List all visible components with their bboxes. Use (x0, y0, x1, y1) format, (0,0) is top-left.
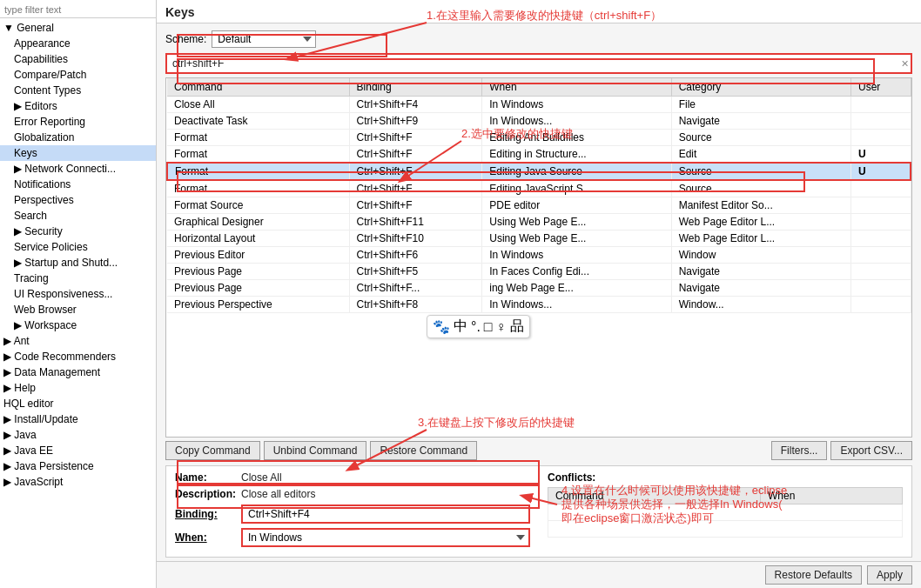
sidebar-item-error-reporting[interactable]: Error Reporting (0, 114, 156, 130)
table-row[interactable]: Deactivate TaskCtrl+Shift+F9In Windows..… (167, 113, 911, 130)
table-row[interactable]: Previous PerspectiveCtrl+Shift+F8In Wind… (167, 297, 911, 313)
table-row[interactable]: Previous PageCtrl+Shift+F5In Faces Confi… (167, 264, 911, 280)
ime-dot: °. (471, 319, 481, 335)
detail-panel: Name: Close All Description: Close all e… (165, 465, 912, 558)
cell-user: U (850, 146, 911, 164)
detail-desc-label: Description: (175, 488, 236, 500)
sidebar-item-globalization[interactable]: Globalization (0, 130, 156, 145)
cell-when: ing Web Page E... (482, 280, 671, 297)
ime-toolbar: 🐾 中 °. □ ♀ 品 (427, 315, 530, 338)
sidebar-item-hql-editor[interactable]: HQL editor (0, 396, 156, 411)
panel-title: Keys (165, 5, 194, 19)
detail-desc-value: Close all editors (241, 488, 315, 500)
table-row[interactable]: FormatCtrl+Shift+FEditing JavaScript S..… (167, 180, 911, 197)
search-input[interactable] (165, 53, 912, 74)
restore-command-button[interactable]: Restore Command (370, 441, 477, 460)
cell-command: Previous Perspective (167, 297, 349, 313)
sidebar-item-install-update[interactable]: ▶ Install/Update (0, 411, 156, 427)
sidebar-item-content-types[interactable]: Content Types (0, 83, 156, 98)
conflicts-col-command: Command (548, 488, 761, 504)
search-input-wrap: ✕ (165, 53, 912, 74)
keys-content: Scheme: Default ✕ Command (157, 23, 921, 561)
keys-table-wrap[interactable]: Command Binding When Category User Close… (165, 77, 912, 438)
sidebar-item-java-ee[interactable]: ▶ Java EE (0, 443, 156, 458)
scheme-dropdown[interactable]: Default (212, 30, 316, 48)
sidebar-item-ant[interactable]: ▶ Ant (0, 333, 156, 349)
sidebar-item-editors[interactable]: ▶ Editors (0, 98, 156, 114)
cell-command: Format Source (167, 197, 349, 214)
table-row[interactable]: FormatCtrl+Shift+FEditing Ant Buildfiles… (167, 130, 911, 146)
table-row[interactable]: Format SourceCtrl+Shift+FPDE editorManif… (167, 197, 911, 214)
detail-when-select[interactable]: In Windows In Dialogs and Windows In Dia… (241, 528, 530, 547)
sidebar-item-appearance[interactable]: Appearance (0, 36, 156, 51)
cell-category: Manifest Editor So... (671, 197, 850, 214)
sidebar: ▼ GeneralAppearanceCapabilitiesCompare/P… (0, 0, 157, 588)
conflicts-title: Conflicts: (548, 471, 903, 484)
sidebar-item-capabilities[interactable]: Capabilities (0, 51, 156, 67)
table-row[interactable]: Graphical DesignerCtrl+Shift+F11Using We… (167, 214, 911, 231)
sidebar-item-java-persistence[interactable]: ▶ Java Persistence (0, 458, 156, 474)
sidebar-item-tracing[interactable]: Tracing (0, 271, 156, 286)
sidebar-item-help[interactable]: ▶ Help (0, 380, 156, 396)
filters-button[interactable]: Filters... (771, 441, 828, 460)
sidebar-item-ui-responsiveness[interactable]: UI Responsiveness... (0, 286, 156, 302)
main-container: ▼ GeneralAppearanceCapabilitiesCompare/P… (0, 0, 921, 588)
sidebar-item-service-policies[interactable]: Service Policies (0, 239, 156, 255)
unbind-command-button[interactable]: Unbind Command (264, 441, 367, 460)
sidebar-item-perspectives[interactable]: Perspectives (0, 192, 156, 208)
scheme-row: Scheme: Default (165, 30, 912, 48)
sidebar-item-general[interactable]: ▼ General (0, 20, 156, 36)
sidebar-item-javascript[interactable]: ▶ JavaScript (0, 474, 156, 490)
export-csv-button[interactable]: Export CSV... (830, 441, 912, 460)
cell-category: Source (671, 130, 850, 146)
sidebar-item-keys[interactable]: Keys (0, 145, 156, 161)
sidebar-item-security[interactable]: ▶ Security (0, 224, 156, 239)
cell-binding: Ctrl+Shift+F (349, 197, 482, 214)
cell-when: In Faces Config Edi... (482, 264, 671, 280)
cell-binding: Ctrl+Shift+F (349, 180, 482, 197)
sidebar-item-data-management[interactable]: ▶ Data Management (0, 364, 156, 380)
scheme-label: Scheme: (165, 33, 206, 45)
sidebar-filter-input[interactable] (0, 2, 156, 18)
detail-binding-input[interactable] (241, 504, 530, 524)
cell-user (850, 113, 911, 130)
table-row[interactable]: Horizontal LayoutCtrl+Shift+F10Using Web… (167, 231, 911, 247)
cell-category: Edit (671, 146, 850, 164)
cell-binding: Ctrl+Shift+F (349, 130, 482, 146)
sidebar-item-notifications[interactable]: Notifications (0, 177, 156, 192)
table-row[interactable]: FormatCtrl+Shift+FEditing Java SourceSou… (167, 163, 911, 180)
cell-user (850, 214, 911, 231)
cell-command: Format (167, 146, 349, 164)
cell-command: Horizontal Layout (167, 231, 349, 247)
cell-user (850, 297, 911, 313)
restore-defaults-button[interactable]: Restore Defaults (765, 565, 862, 585)
bottom-bar: Restore Defaults Apply (157, 561, 921, 588)
sidebar-item-code-recommenders[interactable]: ▶ Code Recommenders (0, 349, 156, 364)
sidebar-item-compare-patch[interactable]: Compare/Patch (0, 67, 156, 83)
sidebar-item-workspace[interactable]: ▶ Workspace (0, 317, 156, 333)
table-row[interactable]: FormatCtrl+Shift+FEditing in Structure..… (167, 146, 911, 164)
sidebar-item-java[interactable]: ▶ Java (0, 427, 156, 443)
detail-name-value: Close All (241, 471, 282, 484)
sidebar-item-startup-shutd[interactable]: ▶ Startup and Shutd... (0, 255, 156, 271)
sidebar-item-search[interactable]: Search (0, 208, 156, 224)
table-row[interactable]: Previous EditorCtrl+Shift+F6In WindowsWi… (167, 247, 911, 264)
cell-user (850, 197, 911, 214)
apply-button[interactable]: Apply (867, 565, 912, 585)
right-panel: Keys Scheme: Default ✕ (157, 0, 921, 588)
sidebar-item-web-browser[interactable]: Web Browser (0, 302, 156, 317)
cell-user (850, 180, 911, 197)
cell-user (850, 231, 911, 247)
cell-category: Source (671, 180, 850, 197)
cell-when: Editing in Structure... (482, 146, 671, 164)
panel-header: Keys (157, 0, 921, 23)
detail-when-row: When: In Windows In Dialogs and Windows … (175, 528, 530, 547)
table-row[interactable]: Close AllCtrl+Shift+F4In WindowsFile (167, 97, 911, 113)
copy-command-button[interactable]: Copy Command (165, 441, 260, 460)
cell-when: Using Web Page E... (482, 214, 671, 231)
table-header: Command Binding When Category User (167, 78, 911, 97)
cell-category: Navigate (671, 264, 850, 280)
sidebar-item-network-conn[interactable]: ▶ Network Connecti... (0, 161, 156, 177)
clear-icon[interactable]: ✕ (901, 58, 909, 70)
table-row[interactable]: Previous PageCtrl+Shift+F...ing Web Page… (167, 280, 911, 297)
